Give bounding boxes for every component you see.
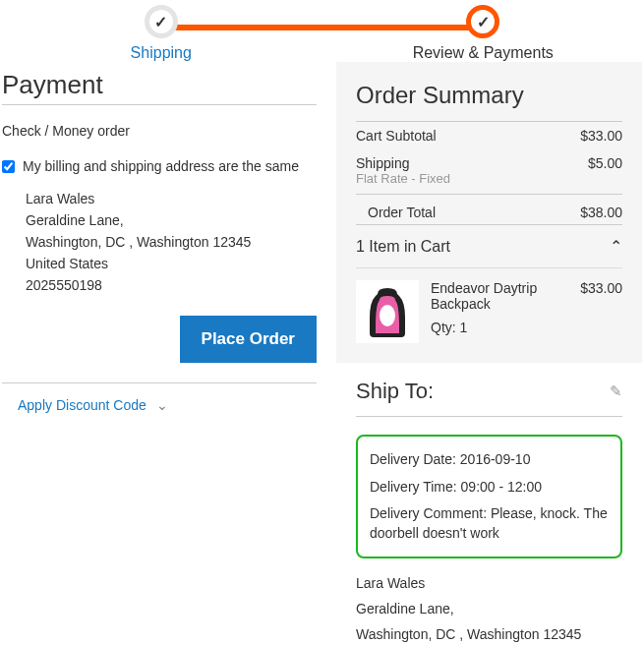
step-review: ✓ Review & Payments <box>322 5 645 62</box>
shipto-title: Ship To: <box>356 379 434 404</box>
shipto-city: Washington, DC , Washington 12345 <box>356 621 622 645</box>
shipping-row: Shipping $5.00 <box>356 149 622 171</box>
billing-same-label: My billing and shipping address are the … <box>23 158 299 174</box>
progress-bar <box>161 25 484 30</box>
address-city: Washington, DC , Washington 12345 <box>2 231 317 253</box>
billing-same-checkbox[interactable] <box>2 160 15 173</box>
delivery-info-box: Delivery Date: 2016-09-10 Delivery Time:… <box>356 435 622 558</box>
subtotal-label: Cart Subtotal <box>356 128 437 144</box>
billing-same-row[interactable]: My billing and shipping address are the … <box>2 158 317 174</box>
svg-rect-1 <box>383 290 391 296</box>
backpack-icon <box>364 284 411 339</box>
shipto-address: Lara Wales Geraldine Lane, Washington, D… <box>356 570 622 645</box>
address-name: Lara Wales <box>2 188 317 209</box>
step-shipping-label[interactable]: Shipping <box>0 44 322 62</box>
divider <box>2 104 317 105</box>
shipping-method: Flat Rate - Fixed <box>356 171 622 194</box>
delivery-date: Delivery Date: 2016-09-10 <box>370 446 609 474</box>
cart-item: Endeavor Daytrip Backpack Qty: 1 $33.00 <box>356 267 622 343</box>
edit-icon[interactable]: ✎ <box>610 382 622 400</box>
shipto-street: Geraldine Lane, <box>356 596 622 621</box>
subtotal-value: $33.00 <box>580 128 622 144</box>
check-icon: ✓ <box>154 13 167 31</box>
order-total-row: Order Total $38.00 <box>356 194 622 224</box>
place-order-button[interactable]: Place Order <box>180 316 317 363</box>
chevron-down-icon: ⌄ <box>156 397 168 413</box>
ship-to-section: Ship To: ✎ Delivery Date: 2016-09-10 Del… <box>336 363 642 645</box>
page-title: Payment <box>2 70 317 100</box>
discount-label: Apply Discount Code <box>18 397 146 413</box>
item-name: Endeavor Daytrip Backpack <box>431 280 574 312</box>
product-thumbnail <box>356 280 419 343</box>
shipping-value: $5.00 <box>588 155 622 171</box>
shipto-name: Lara Wales <box>356 570 622 596</box>
check-icon: ✓ <box>477 13 490 31</box>
step-review-label: Review & Payments <box>322 44 645 62</box>
item-price: $33.00 <box>580 280 622 343</box>
address-phone: 2025550198 <box>2 274 317 296</box>
apply-discount-toggle[interactable]: Apply Discount Code ⌄ <box>2 397 317 413</box>
total-value: $38.00 <box>580 205 622 220</box>
item-qty: Qty: 1 <box>431 320 574 335</box>
payment-method-label: Check / Money order <box>2 123 317 139</box>
order-summary: Order Summary Cart Subtotal $33.00 Shipp… <box>336 62 642 363</box>
items-count: 1 Item in Cart <box>356 238 450 256</box>
divider <box>2 382 317 383</box>
step-review-circle: ✓ <box>466 5 499 38</box>
total-label: Order Total <box>368 205 436 220</box>
step-shipping[interactable]: ✓ Shipping <box>0 5 322 62</box>
billing-address: Lara Wales Geraldine Lane, Washington, D… <box>2 188 317 296</box>
summary-title: Order Summary <box>356 82 622 109</box>
delivery-time: Delivery Time: 09:00 - 12:00 <box>370 474 609 501</box>
step-shipping-circle: ✓ <box>145 5 178 38</box>
shipping-label: Shipping <box>356 155 410 171</box>
cart-items-toggle[interactable]: 1 Item in Cart ⌃ <box>356 224 622 267</box>
subtotal-row: Cart Subtotal $33.00 <box>356 121 622 149</box>
address-country: United States <box>2 253 317 274</box>
checkout-progress: ✓ Shipping ✓ Review & Payments <box>0 0 644 62</box>
delivery-comment: Delivery Comment: Please, knock. The doo… <box>370 500 609 547</box>
address-street: Geraldine Lane, <box>2 209 317 231</box>
chevron-up-icon: ⌃ <box>610 237 622 256</box>
svg-point-0 <box>380 305 395 326</box>
